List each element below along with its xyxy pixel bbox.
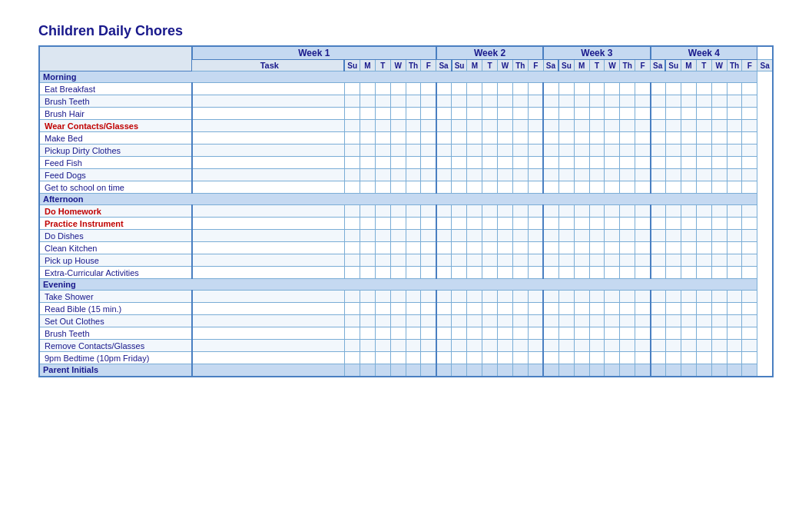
chore-cell[interactable] xyxy=(512,327,528,340)
chore-cell[interactable] xyxy=(589,169,605,181)
chore-cell[interactable] xyxy=(558,95,574,108)
chore-cell[interactable] xyxy=(390,205,406,218)
chore-cell[interactable] xyxy=(605,108,620,120)
chore-cell[interactable] xyxy=(681,169,697,181)
chore-cell[interactable] xyxy=(711,181,727,194)
chore-cell[interactable] xyxy=(589,352,605,364)
chore-cell[interactable] xyxy=(512,340,528,352)
chore-cell[interactable] xyxy=(681,303,697,315)
chore-cell[interactable] xyxy=(390,267,406,279)
chore-cell[interactable] xyxy=(543,230,558,242)
chore-cell[interactable] xyxy=(421,157,436,169)
chore-cell[interactable] xyxy=(192,242,345,254)
chore-cell[interactable] xyxy=(681,181,697,194)
chore-cell[interactable] xyxy=(192,291,345,303)
chore-cell[interactable] xyxy=(558,205,574,218)
chore-cell[interactable] xyxy=(635,340,651,352)
chore-cell[interactable] xyxy=(498,120,513,132)
parent-initial-cell[interactable] xyxy=(528,364,543,377)
chore-cell[interactable] xyxy=(605,145,620,157)
chore-cell[interactable] xyxy=(589,120,605,132)
chore-cell[interactable] xyxy=(742,230,757,242)
chore-cell[interactable] xyxy=(192,352,345,364)
chore-cell[interactable] xyxy=(192,108,345,120)
chore-cell[interactable] xyxy=(344,145,360,157)
chore-cell[interactable] xyxy=(528,205,543,218)
chore-cell[interactable] xyxy=(665,181,681,194)
chore-cell[interactable] xyxy=(558,291,574,303)
chore-cell[interactable] xyxy=(696,181,711,194)
chore-cell[interactable] xyxy=(620,230,635,242)
chore-cell[interactable] xyxy=(711,169,727,181)
chore-cell[interactable] xyxy=(589,108,605,120)
chore-cell[interactable] xyxy=(375,120,390,132)
chore-cell[interactable] xyxy=(742,267,757,279)
chore-cell[interactable] xyxy=(574,230,589,242)
chore-cell[interactable] xyxy=(558,181,574,194)
chore-cell[interactable] xyxy=(727,95,742,108)
chore-cell[interactable] xyxy=(498,108,513,120)
chore-cell[interactable] xyxy=(375,145,390,157)
chore-cell[interactable] xyxy=(406,120,421,132)
chore-cell[interactable] xyxy=(711,95,727,108)
chore-cell[interactable] xyxy=(436,181,452,194)
chore-cell[interactable] xyxy=(436,327,452,340)
chore-cell[interactable] xyxy=(620,95,635,108)
chore-cell[interactable] xyxy=(192,327,345,340)
chore-cell[interactable] xyxy=(727,352,742,364)
chore-cell[interactable] xyxy=(635,205,651,218)
chore-cell[interactable] xyxy=(635,303,651,315)
chore-cell[interactable] xyxy=(620,83,635,95)
chore-cell[interactable] xyxy=(696,205,711,218)
chore-cell[interactable] xyxy=(635,315,651,327)
chore-cell[interactable] xyxy=(742,303,757,315)
chore-cell[interactable] xyxy=(421,230,436,242)
chore-cell[interactable] xyxy=(406,303,421,315)
chore-cell[interactable] xyxy=(452,303,467,315)
chore-cell[interactable] xyxy=(651,157,666,169)
chore-cell[interactable] xyxy=(421,132,436,145)
chore-cell[interactable] xyxy=(589,132,605,145)
chore-cell[interactable] xyxy=(665,108,681,120)
chore-cell[interactable] xyxy=(605,254,620,267)
chore-cell[interactable] xyxy=(558,169,574,181)
chore-cell[interactable] xyxy=(512,315,528,327)
chore-cell[interactable] xyxy=(375,291,390,303)
chore-cell[interactable] xyxy=(589,327,605,340)
chore-cell[interactable] xyxy=(651,181,666,194)
chore-cell[interactable] xyxy=(498,169,513,181)
chore-cell[interactable] xyxy=(665,132,681,145)
chore-cell[interactable] xyxy=(482,327,498,340)
chore-cell[interactable] xyxy=(406,205,421,218)
chore-cell[interactable] xyxy=(605,205,620,218)
chore-cell[interactable] xyxy=(605,95,620,108)
chore-cell[interactable] xyxy=(498,157,513,169)
chore-cell[interactable] xyxy=(192,95,345,108)
chore-cell[interactable] xyxy=(192,315,345,327)
chore-cell[interactable] xyxy=(344,230,360,242)
chore-cell[interactable] xyxy=(360,120,376,132)
chore-cell[interactable] xyxy=(528,340,543,352)
chore-cell[interactable] xyxy=(574,83,589,95)
chore-cell[interactable] xyxy=(727,205,742,218)
chore-cell[interactable] xyxy=(421,327,436,340)
chore-cell[interactable] xyxy=(467,291,482,303)
chore-cell[interactable] xyxy=(651,95,666,108)
chore-cell[interactable] xyxy=(528,291,543,303)
chore-cell[interactable] xyxy=(390,132,406,145)
chore-cell[interactable] xyxy=(512,254,528,267)
chore-cell[interactable] xyxy=(574,145,589,157)
chore-cell[interactable] xyxy=(605,303,620,315)
chore-cell[interactable] xyxy=(727,267,742,279)
chore-cell[interactable] xyxy=(696,230,711,242)
chore-cell[interactable] xyxy=(192,120,345,132)
chore-cell[interactable] xyxy=(665,95,681,108)
chore-cell[interactable] xyxy=(375,230,390,242)
chore-cell[interactable] xyxy=(482,303,498,315)
chore-cell[interactable] xyxy=(406,157,421,169)
chore-cell[interactable] xyxy=(742,315,757,327)
chore-cell[interactable] xyxy=(651,303,666,315)
chore-cell[interactable] xyxy=(589,145,605,157)
chore-cell[interactable] xyxy=(681,120,697,132)
chore-cell[interactable] xyxy=(574,303,589,315)
